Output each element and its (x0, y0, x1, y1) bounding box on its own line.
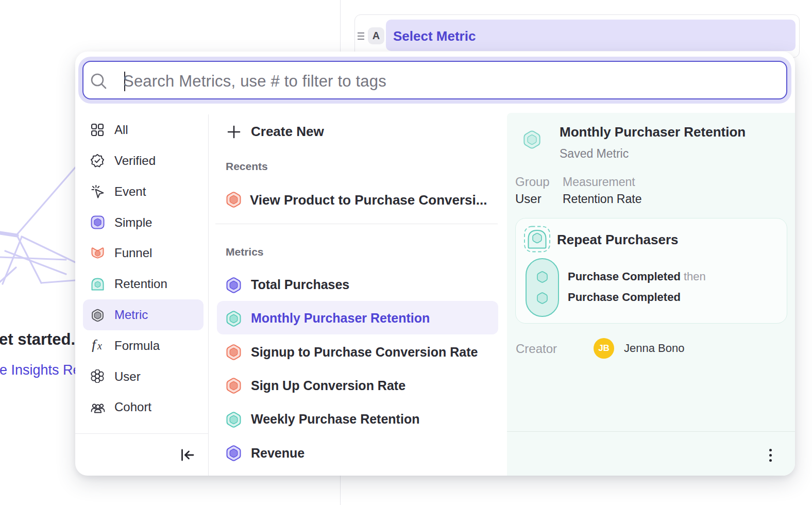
svg-text:f: f (92, 339, 97, 352)
svg-text:x: x (97, 340, 102, 351)
